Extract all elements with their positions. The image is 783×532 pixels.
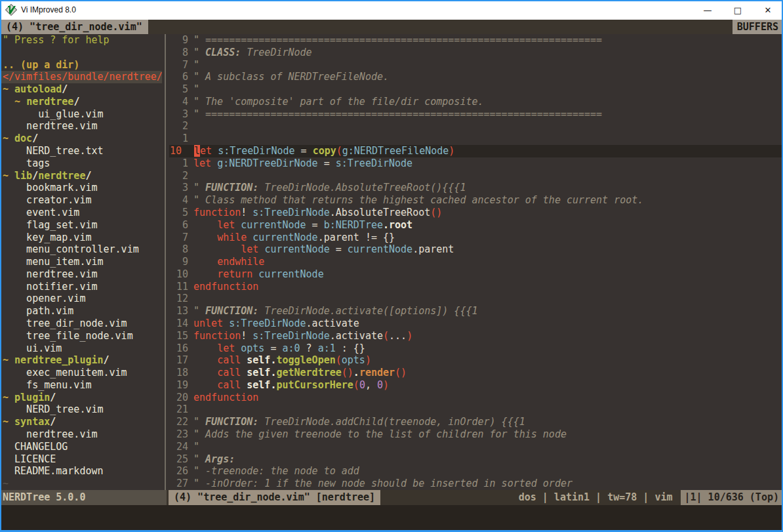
- token-cmt: " Adds the given treenode to the list of…: [193, 428, 567, 440]
- code-line[interactable]: 8" CLASS: TreeDirNode: [169, 47, 783, 59]
- file-creator-vim[interactable]: creator.vim: [0, 194, 162, 207]
- code-line[interactable]: 5": [169, 83, 783, 96]
- code-line[interactable]: 2: [169, 170, 783, 182]
- token-cmtb: Args:: [205, 453, 235, 465]
- code-text: " Class method that returns the highest …: [190, 194, 643, 207]
- dir-autoload[interactable]: ~ autoload/: [0, 83, 162, 96]
- file-LICENCE[interactable]: LICENCE: [0, 453, 162, 466]
- code-line[interactable]: 5function! s:TreeDirNode.AbsoluteTreeRoo…: [169, 207, 783, 219]
- code-line[interactable]: 17 call self.toggleOpen(opts): [169, 354, 783, 367]
- dir-autoload-nerdtree[interactable]: ~ nerdtree/: [0, 96, 162, 108]
- token-txt: [193, 354, 217, 366]
- code-line[interactable]: 9 endwhile: [169, 256, 783, 268]
- code-line[interactable]: 11endfunction: [169, 281, 783, 293]
- file-NERD_tree-txt[interactable]: NERD_tree.txt: [0, 145, 162, 157]
- editor-buffer[interactable]: 9" =====================================…: [169, 34, 783, 490]
- code-line[interactable]: 14unlet s:TreeDirNode.activate: [169, 317, 783, 330]
- file-tree_dir_node-vim[interactable]: tree_dir_node.vim: [0, 317, 162, 330]
- code-line[interactable]: 4" The 'composite' part of the file/dir …: [169, 96, 783, 108]
- line-number: 10: [169, 268, 190, 281]
- dir-nerdtree_plugin[interactable]: ~ nerdtree_plugin/: [0, 354, 162, 367]
- tab-tree-dir-node[interactable]: (4) "tree_dir_node.vim": [0, 20, 148, 34]
- line-number: 21: [169, 403, 190, 416]
- dir-lib-nerdtree[interactable]: ~ lib/nerdtree/: [0, 170, 162, 182]
- token-cmtb: FUNCTION:: [205, 182, 258, 194]
- close-button[interactable]: ✕: [753, 0, 783, 20]
- code-line[interactable]: 23" Adds the given treenode to the list …: [169, 428, 783, 441]
- line-number: 12: [169, 293, 190, 305]
- code-line[interactable]: 25" Args:: [169, 453, 783, 466]
- code-line[interactable]: 1let g:NERDTreeDirNode = s:TreeDirNode: [169, 157, 783, 170]
- token-id: b:NERDTree: [324, 219, 383, 231]
- file-flag_set-vim[interactable]: flag_set.vim: [0, 219, 162, 232]
- file-event-vim[interactable]: event.vim: [0, 207, 162, 219]
- code-line[interactable]: 22" FUNCTION: TreeDirNode.addChild(treen…: [169, 416, 783, 428]
- code-line[interactable]: 2: [169, 120, 783, 133]
- file-notifier-vim[interactable]: notifier.vim: [0, 281, 162, 293]
- file-ui-vim[interactable]: ui.vim: [0, 342, 162, 355]
- code-line[interactable]: 21: [169, 403, 783, 416]
- code-line[interactable]: 7 while currentNode.parent != {}: [169, 232, 783, 244]
- code-line[interactable]: 3" FUNCTION: TreeDirNode.AbsoluteTreeRoo…: [169, 182, 783, 194]
- file-key_map-vim[interactable]: key_map.vim: [0, 232, 162, 244]
- file-CHANGELOG[interactable]: CHANGELOG: [0, 441, 162, 453]
- file-opener-vim[interactable]: opener.vim: [0, 293, 162, 305]
- code-text: let s:TreeDirNode = copy(g:NERDTreeFileN…: [191, 145, 454, 157]
- code-line[interactable]: 10 return currentNode: [169, 268, 783, 281]
- code-line[interactable]: 3" =====================================…: [169, 108, 783, 121]
- code-line-current[interactable]: 10let s:TreeDirNode = copy(g:NERDTreeFil…: [169, 145, 783, 157]
- code-text: ": [190, 59, 199, 72]
- file-menu_item-vim[interactable]: menu_item.vim: [0, 256, 162, 268]
- code-line[interactable]: 27" -inOrder: 1 if the new node should b…: [169, 478, 783, 490]
- file-NERD_tree-vim[interactable]: NERD_tree.vim: [0, 403, 162, 416]
- code-line[interactable]: 12: [169, 293, 783, 305]
- minimize-button[interactable]: —: [693, 0, 723, 20]
- file-README-markdown[interactable]: README.markdown: [0, 465, 162, 478]
- file-lib-nerdtree-vim[interactable]: nerdtree.vim: [0, 268, 162, 281]
- dir-syntax[interactable]: ~ syntax/: [0, 416, 162, 428]
- window-vertical-separator[interactable]: [162, 34, 169, 490]
- code-text: [190, 293, 193, 305]
- dir-plugin[interactable]: ~ plugin/: [0, 392, 162, 404]
- code-line[interactable]: 8 let currentNode = currentNode.parent: [169, 243, 783, 256]
- code-line[interactable]: 26" -treenode: the node to add: [169, 465, 783, 478]
- file-fs_menu-vim[interactable]: fs_menu.vim: [0, 379, 162, 392]
- code-line[interactable]: 6 let currentNode = b:NERDTree.root: [169, 219, 783, 232]
- code-line[interactable]: 6" A subclass of NERDTreeFileNode.: [169, 71, 783, 83]
- code-text: let g:NERDTreeDirNode = s:TreeDirNode: [190, 157, 412, 170]
- up-a-dir[interactable]: .. (up a dir): [0, 59, 162, 72]
- window-controls: — □ ✕: [693, 0, 783, 20]
- code-line[interactable]: 9" =====================================…: [169, 34, 783, 47]
- code-line[interactable]: 4" Class method that returns the highest…: [169, 194, 783, 207]
- code-line[interactable]: 24": [169, 441, 783, 453]
- token-txt: [212, 145, 218, 157]
- token-txt: [241, 354, 247, 366]
- line-number: 6: [169, 219, 190, 232]
- command-line[interactable]: [0, 505, 783, 531]
- token-cmtb: FUNCTION:: [205, 416, 258, 428]
- file-menu_controller-vim[interactable]: menu_controller.vim: [0, 243, 162, 256]
- code-line[interactable]: 20endfunction: [169, 392, 783, 404]
- code-line[interactable]: 16 let opts = a:0 ? a:1 : {}: [169, 342, 783, 355]
- file-syntax-nerdtree-vim[interactable]: nerdtree.vim: [0, 428, 162, 441]
- file-autoload-nerdtree-vim[interactable]: nerdtree.vim: [0, 120, 162, 133]
- file-tree_file_node-vim[interactable]: tree_file_node.vim: [0, 330, 162, 342]
- code-line[interactable]: 18 call self.getNerdtree().render(): [169, 367, 783, 379]
- file-ui_glue-vim[interactable]: ui_glue.vim: [0, 108, 162, 121]
- file-tags[interactable]: tags: [0, 157, 162, 170]
- file-exec_menuitem-vim[interactable]: exec_menuitem.vim: [0, 367, 162, 379]
- token-id: s:TreeDirNode: [252, 207, 329, 218]
- code-line[interactable]: 15function! s:TreeDirNode.activate(...): [169, 330, 783, 342]
- code-line[interactable]: 13" FUNCTION: TreeDirNode.activate([opti…: [169, 305, 783, 317]
- file-bookmark-vim[interactable]: bookmark.vim: [0, 182, 162, 194]
- code-line[interactable]: 1: [169, 133, 783, 145]
- token-txt: [193, 379, 217, 391]
- maximize-button[interactable]: □: [723, 0, 753, 20]
- token-f: key_map.vim: [3, 232, 91, 243]
- tree-root[interactable]: </vimfiles/bundle/nerdtree/: [0, 71, 162, 83]
- code-line[interactable]: 19 call self.putCursorHere(0, 0): [169, 379, 783, 392]
- code-line[interactable]: 7": [169, 59, 783, 72]
- dir-doc[interactable]: ~ doc/: [0, 133, 162, 145]
- token-bold: self.: [247, 354, 276, 366]
- file-path-vim[interactable]: path.vim: [0, 305, 162, 317]
